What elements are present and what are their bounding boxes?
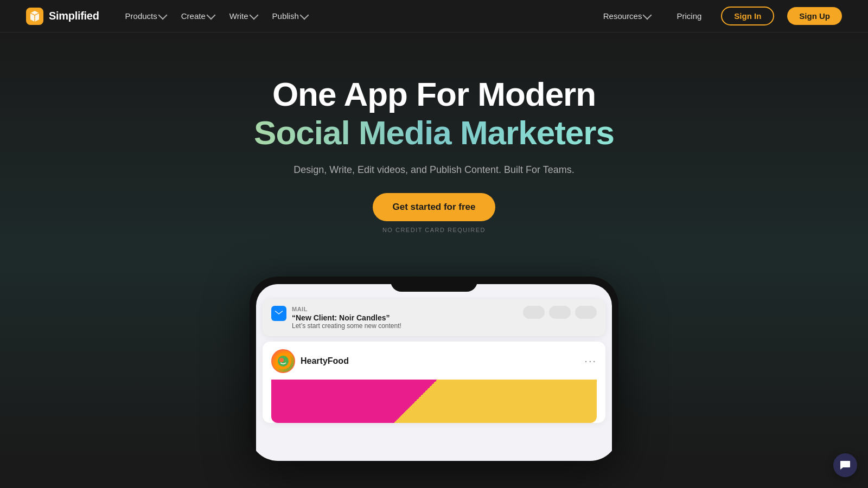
nav-resources[interactable]: Resources [597, 7, 658, 25]
nav-links: Products Create Write Publish [119, 7, 314, 25]
mail-app-label: MAIL [292, 306, 518, 312]
logo[interactable]: Simplified [26, 8, 99, 25]
phone-outer: MAIL “New Client: Noir Candles” Let’s st… [250, 277, 618, 461]
brand-name: Simplified [49, 10, 99, 22]
hero-section: One App For Modern Social Media Marketer… [0, 33, 868, 255]
hero-title-line1: One App For Modern [272, 76, 596, 113]
navbar: Simplified Products Create Write Publish… [0, 0, 868, 33]
mail-notification: MAIL “New Client: Noir Candles” Let’s st… [263, 299, 605, 336]
logo-icon [26, 8, 43, 25]
svg-rect-1 [275, 310, 283, 317]
mail-content: MAIL “New Client: Noir Candles” Let’s st… [292, 306, 518, 330]
phone-notch [391, 277, 477, 292]
hero-subtitle: Design, Write, Edit videos, and Publish … [293, 164, 575, 176]
chevron-down-icon [643, 11, 652, 20]
signin-button[interactable]: Sign In [721, 7, 774, 25]
food-avatar-icon [275, 353, 291, 369]
card-dots-menu[interactable]: ··· [584, 355, 597, 367]
card-brand-info: HeartyFood [271, 349, 349, 373]
nav-create[interactable]: Create [175, 7, 221, 25]
mail-icon [271, 306, 286, 321]
nav-write[interactable]: Write [223, 7, 264, 25]
mail-envelope-icon [275, 310, 283, 317]
card-avatar [271, 349, 295, 373]
card-header: HeartyFood ··· [271, 349, 597, 373]
phone-section: MAIL “New Client: Noir Candles” Let’s st… [0, 255, 868, 461]
card-image-area [271, 380, 597, 423]
signup-button[interactable]: Sign Up [787, 7, 842, 25]
phone-wrapper: MAIL “New Client: Noir Candles” Let’s st… [250, 277, 618, 461]
nav-publish[interactable]: Publish [266, 7, 314, 25]
mail-action-pill-2 [549, 306, 571, 319]
nav-left: Simplified Products Create Write Publish [26, 7, 314, 25]
mail-subject: “New Client: Noir Candles” [292, 313, 518, 322]
chevron-down-icon [299, 11, 309, 20]
card-brand-name: HeartyFood [301, 356, 349, 366]
heartyfood-card: HeartyFood ··· [263, 342, 605, 423]
chevron-down-icon [249, 11, 258, 20]
svg-point-4 [279, 358, 284, 362]
no-card-label: NO CREDIT CARD REQUIRED [382, 227, 486, 233]
chat-icon [839, 459, 851, 471]
chat-bubble[interactable] [833, 453, 857, 477]
mail-action-pill-1 [523, 306, 545, 319]
chevron-down-icon [206, 11, 215, 20]
chevron-down-icon [158, 11, 167, 20]
mail-action-pill-3 [575, 306, 597, 319]
nav-pricing[interactable]: Pricing [670, 7, 708, 25]
mail-body: Let’s start creating some new content! [292, 322, 518, 330]
cta-button[interactable]: Get started for free [373, 193, 495, 221]
card-circle-decoration [537, 385, 580, 423]
nav-products[interactable]: Products [119, 7, 173, 25]
mail-actions [523, 306, 597, 319]
phone-screen: MAIL “New Client: Noir Candles” Let’s st… [256, 284, 612, 461]
hero-title-line2: Social Media Marketers [254, 113, 614, 153]
nav-right: Resources Pricing Sign In Sign Up [597, 7, 842, 25]
